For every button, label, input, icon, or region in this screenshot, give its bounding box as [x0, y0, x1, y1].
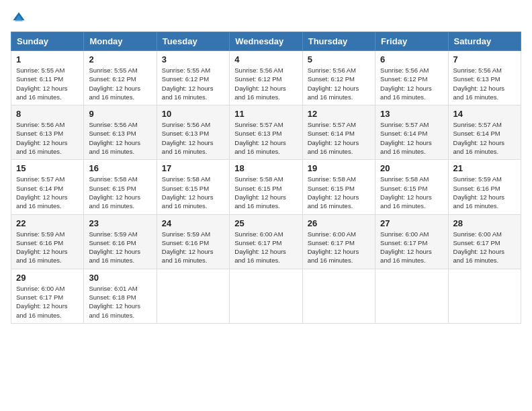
calendar-cell: 27 Sunrise: 6:00 AM Sunset: 6:17 PM Dayl… [375, 214, 448, 269]
day-info: Sunrise: 5:57 AM Sunset: 6:14 PM Dayligh… [380, 120, 443, 156]
day-number: 6 [380, 54, 443, 64]
day-info: Sunrise: 5:56 AM Sunset: 6:13 PM Dayligh… [162, 120, 224, 156]
calendar-cell: 20 Sunrise: 5:58 AM Sunset: 6:15 PM Dayl… [375, 160, 448, 214]
day-number: 3 [162, 54, 224, 64]
day-info: Sunrise: 5:57 AM Sunset: 6:14 PM Dayligh… [453, 120, 516, 156]
calendar-week-4: 22 Sunrise: 5:59 AM Sunset: 6:16 PM Dayl… [11, 214, 521, 269]
day-info: Sunrise: 6:00 AM Sunset: 6:17 PM Dayligh… [308, 230, 370, 265]
day-number: 14 [453, 109, 516, 119]
day-number: 23 [89, 218, 151, 228]
day-info: Sunrise: 5:55 AM Sunset: 6:12 PM Dayligh… [89, 66, 151, 101]
day-number: 10 [162, 109, 224, 119]
calendar-cell [302, 269, 375, 323]
day-number: 26 [308, 218, 370, 228]
day-info: Sunrise: 5:57 AM Sunset: 6:14 PM Dayligh… [308, 120, 370, 156]
day-info: Sunrise: 5:55 AM Sunset: 6:12 PM Dayligh… [162, 66, 224, 101]
calendar-header-friday: Friday [375, 32, 448, 51]
calendar-cell: 18 Sunrise: 5:58 AM Sunset: 6:15 PM Dayl… [230, 160, 302, 214]
day-info: Sunrise: 5:59 AM Sunset: 6:16 PM Dayligh… [453, 175, 516, 210]
day-info: Sunrise: 5:56 AM Sunset: 6:13 PM Dayligh… [453, 66, 516, 101]
day-number: 30 [89, 273, 151, 283]
day-number: 2 [89, 54, 151, 64]
calendar-cell: 11 Sunrise: 5:57 AM Sunset: 6:13 PM Dayl… [230, 105, 302, 160]
calendar-cell: 9 Sunrise: 5:56 AM Sunset: 6:13 PM Dayli… [84, 105, 157, 160]
day-number: 21 [453, 163, 516, 173]
day-info: Sunrise: 5:59 AM Sunset: 6:16 PM Dayligh… [89, 230, 151, 265]
day-number: 27 [380, 218, 443, 228]
calendar-cell: 29 Sunrise: 6:00 AM Sunset: 6:17 PM Dayl… [11, 269, 84, 323]
calendar-cell: 23 Sunrise: 5:59 AM Sunset: 6:16 PM Dayl… [84, 214, 157, 269]
calendar-header-saturday: Saturday [448, 32, 521, 51]
calendar-week-1: 1 Sunrise: 5:55 AM Sunset: 6:11 PM Dayli… [11, 51, 521, 105]
calendar-cell: 16 Sunrise: 5:58 AM Sunset: 6:15 PM Dayl… [84, 160, 157, 214]
day-info: Sunrise: 5:55 AM Sunset: 6:11 PM Dayligh… [16, 66, 79, 101]
calendar-cell: 5 Sunrise: 5:56 AM Sunset: 6:12 PM Dayli… [302, 51, 375, 105]
calendar-header-monday: Monday [84, 32, 157, 51]
day-number: 13 [380, 109, 443, 119]
calendar-cell: 26 Sunrise: 6:00 AM Sunset: 6:17 PM Dayl… [302, 214, 375, 269]
day-info: Sunrise: 6:00 AM Sunset: 6:17 PM Dayligh… [453, 230, 516, 265]
day-info: Sunrise: 6:00 AM Sunset: 6:17 PM Dayligh… [234, 230, 297, 265]
day-info: Sunrise: 5:56 AM Sunset: 6:13 PM Dayligh… [89, 120, 151, 156]
calendar-cell: 10 Sunrise: 5:56 AM Sunset: 6:13 PM Dayl… [157, 105, 229, 160]
calendar-cell: 30 Sunrise: 6:01 AM Sunset: 6:18 PM Dayl… [84, 269, 157, 323]
day-info: Sunrise: 6:00 AM Sunset: 6:17 PM Dayligh… [380, 230, 443, 265]
day-number: 17 [162, 163, 224, 173]
logo [11, 11, 26, 25]
calendar-cell: 3 Sunrise: 5:55 AM Sunset: 6:12 PM Dayli… [157, 51, 229, 105]
logo-icon [12, 11, 26, 25]
calendar-week-5: 29 Sunrise: 6:00 AM Sunset: 6:17 PM Dayl… [11, 269, 521, 323]
calendar-cell [375, 269, 448, 323]
day-number: 15 [16, 163, 79, 173]
day-number: 12 [308, 109, 370, 119]
day-number: 19 [308, 163, 370, 173]
calendar-cell: 24 Sunrise: 5:59 AM Sunset: 6:16 PM Dayl… [157, 214, 229, 269]
day-number: 18 [234, 163, 297, 173]
calendar-cell: 25 Sunrise: 6:00 AM Sunset: 6:17 PM Dayl… [230, 214, 302, 269]
day-number: 22 [16, 218, 79, 228]
calendar-cell: 2 Sunrise: 5:55 AM Sunset: 6:12 PM Dayli… [84, 51, 157, 105]
calendar-cell [157, 269, 229, 323]
day-info: Sunrise: 6:00 AM Sunset: 6:17 PM Dayligh… [16, 284, 79, 320]
day-number: 1 [16, 54, 79, 64]
day-number: 20 [380, 163, 443, 173]
calendar-table: SundayMondayTuesdayWednesdayThursdayFrid… [11, 32, 521, 324]
day-number: 4 [234, 54, 297, 64]
day-info: Sunrise: 6:01 AM Sunset: 6:18 PM Dayligh… [89, 284, 151, 320]
calendar-cell: 12 Sunrise: 5:57 AM Sunset: 6:14 PM Dayl… [302, 105, 375, 160]
calendar-cell: 8 Sunrise: 5:56 AM Sunset: 6:13 PM Dayli… [11, 105, 84, 160]
day-number: 29 [16, 273, 79, 283]
calendar-cell: 22 Sunrise: 5:59 AM Sunset: 6:16 PM Dayl… [11, 214, 84, 269]
calendar-cell: 19 Sunrise: 5:58 AM Sunset: 6:15 PM Dayl… [302, 160, 375, 214]
day-number: 8 [16, 109, 79, 119]
day-info: Sunrise: 5:56 AM Sunset: 6:13 PM Dayligh… [16, 120, 79, 156]
calendar-header-row: SundayMondayTuesdayWednesdayThursdayFrid… [11, 32, 521, 51]
day-info: Sunrise: 5:58 AM Sunset: 6:15 PM Dayligh… [89, 175, 151, 210]
day-number: 25 [234, 218, 297, 228]
calendar-cell: 28 Sunrise: 6:00 AM Sunset: 6:17 PM Dayl… [448, 214, 521, 269]
calendar-cell: 15 Sunrise: 5:57 AM Sunset: 6:14 PM Dayl… [11, 160, 84, 214]
day-info: Sunrise: 5:57 AM Sunset: 6:14 PM Dayligh… [16, 175, 79, 210]
calendar-header-wednesday: Wednesday [230, 32, 302, 51]
day-info: Sunrise: 5:56 AM Sunset: 6:12 PM Dayligh… [308, 66, 370, 101]
day-number: 28 [453, 218, 516, 228]
day-number: 16 [89, 163, 151, 173]
calendar-week-3: 15 Sunrise: 5:57 AM Sunset: 6:14 PM Dayl… [11, 160, 521, 214]
calendar-cell [448, 269, 521, 323]
day-info: Sunrise: 5:58 AM Sunset: 6:15 PM Dayligh… [162, 175, 224, 210]
page-header [11, 11, 521, 25]
calendar-header-thursday: Thursday [302, 32, 375, 51]
day-info: Sunrise: 5:59 AM Sunset: 6:16 PM Dayligh… [16, 230, 79, 265]
calendar-cell: 4 Sunrise: 5:56 AM Sunset: 6:12 PM Dayli… [230, 51, 302, 105]
day-info: Sunrise: 5:58 AM Sunset: 6:15 PM Dayligh… [380, 175, 443, 210]
calendar-cell: 13 Sunrise: 5:57 AM Sunset: 6:14 PM Dayl… [375, 105, 448, 160]
day-number: 7 [453, 54, 516, 64]
calendar-cell [230, 269, 302, 323]
calendar-cell: 1 Sunrise: 5:55 AM Sunset: 6:11 PM Dayli… [11, 51, 84, 105]
calendar-week-2: 8 Sunrise: 5:56 AM Sunset: 6:13 PM Dayli… [11, 105, 521, 160]
day-info: Sunrise: 5:59 AM Sunset: 6:16 PM Dayligh… [162, 230, 224, 265]
calendar-header-tuesday: Tuesday [157, 32, 229, 51]
day-number: 11 [234, 109, 297, 119]
calendar-header-sunday: Sunday [11, 32, 84, 51]
calendar-cell: 21 Sunrise: 5:59 AM Sunset: 6:16 PM Dayl… [448, 160, 521, 214]
